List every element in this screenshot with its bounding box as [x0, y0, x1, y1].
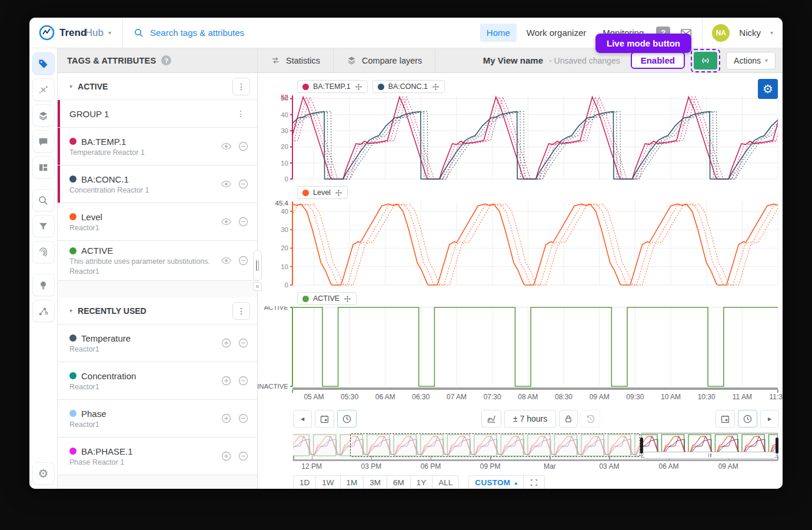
legend-chip-ba-temp-1[interactable]: BA:TEMP.1: [297, 80, 368, 93]
legend-chip-ba-conc-1[interactable]: BA:CONC.1: [372, 80, 445, 93]
actions-button[interactable]: Actions▾: [726, 52, 776, 69]
zoom-preset-1w[interactable]: 1W: [316, 475, 340, 489]
start-calendar-button[interactable]: [315, 410, 334, 428]
remove-button[interactable]: [238, 255, 249, 266]
app-logo[interactable]: Trend Hub ▾: [29, 25, 122, 41]
minus-circle-icon: [238, 413, 249, 424]
remove-button[interactable]: [238, 141, 249, 152]
legend-chip-level[interactable]: Level: [297, 186, 348, 199]
svg-text:10:30: 10:30: [698, 393, 716, 401]
search-input[interactable]: [150, 28, 327, 38]
tag-item-active[interactable]: ACTIVE This attribute uses parameter sub…: [58, 241, 257, 281]
remove-button[interactable]: [238, 337, 249, 349]
rail-context-items-button[interactable]: [32, 300, 55, 322]
rail-tags-button[interactable]: [32, 52, 55, 75]
panel-collapse-icon[interactable]: ✕: [253, 282, 262, 291]
section-header-active[interactable]: ▾ ACTIVE ⋮: [58, 73, 257, 100]
nav-tab-work-organizer[interactable]: Work organizer: [520, 24, 593, 42]
selection-scrollbar[interactable]: [643, 452, 777, 459]
rail-dashboard-button[interactable]: [32, 156, 55, 178]
tag-name: BA:PHASE.1: [81, 446, 133, 456]
add-button[interactable]: [221, 450, 232, 462]
start-time-button[interactable]: [337, 410, 357, 428]
compare-layers-button[interactable]: Compare layers: [334, 48, 435, 73]
zoom-preset-all[interactable]: ALL: [432, 475, 459, 489]
chart-plot[interactable]: ACTIVEINACTIVE05 AM05:3006 AM06:3007 AM0…: [258, 306, 783, 404]
zoom-preset-6m[interactable]: 6M: [387, 475, 411, 489]
nav-tab-home[interactable]: Home: [480, 24, 517, 42]
visibility-button[interactable]: [221, 141, 232, 152]
add-button[interactable]: [221, 337, 232, 349]
visibility-button[interactable]: [221, 178, 232, 190]
tag-item-phase[interactable]: Phase Reactor1: [58, 400, 257, 438]
visibility-button[interactable]: [221, 216, 232, 227]
tag-item-ba-conc-1[interactable]: BA:CONC.1 Concentration Reactor 1: [58, 165, 257, 203]
group-menu-button[interactable]: ⋮: [231, 109, 250, 118]
gear-icon: ⚙: [763, 83, 773, 95]
context-bar[interactable]: [293, 433, 778, 458]
remove-button[interactable]: [238, 413, 249, 424]
rail-search-button[interactable]: [32, 189, 55, 211]
end-calendar-button[interactable]: [716, 410, 735, 428]
remove-button[interactable]: [238, 450, 249, 462]
zoom-preset-1m[interactable]: 1M: [341, 475, 364, 489]
rail-fingerprint-button[interactable]: [32, 241, 55, 263]
enabled-annotation-button[interactable]: Enabled: [631, 52, 685, 69]
zoom-preset-3m[interactable]: 3M: [364, 475, 387, 489]
remove-button[interactable]: [238, 216, 249, 227]
rail-settings-button[interactable]: ⚙: [32, 462, 55, 485]
tag-item-concentration[interactable]: Concentration Reactor1: [58, 362, 257, 400]
chart-settings-button[interactable]: ⚙: [758, 79, 778, 99]
section-title: ACTIVE: [78, 82, 227, 91]
panel-resizer[interactable]: ✕: [253, 250, 262, 291]
icon-rail: ⚙: [29, 48, 58, 489]
tag-color-dot: [69, 175, 76, 183]
step-forward-button[interactable]: ▶: [760, 410, 779, 428]
trend-scale-button[interactable]: [481, 410, 501, 428]
add-button[interactable]: [221, 413, 232, 424]
panel-resize-handle[interactable]: [253, 250, 262, 281]
tag-item-temperature[interactable]: Temperature Reactor1: [58, 324, 257, 362]
brand-chevron-down-icon[interactable]: ▾: [108, 29, 111, 36]
tag-item-ba-phase-1[interactable]: BA:PHASE.1 Phase Reactor 1: [58, 438, 257, 475]
rail-recommendations-button[interactable]: [32, 274, 55, 296]
zoom-presets-row: 1D1W1M3M6M1YALL CUSTOM▴: [293, 475, 783, 489]
rail-formulas-button[interactable]: [32, 78, 55, 101]
legend-chip-active[interactable]: ACTIVE: [297, 292, 357, 305]
zoom-preset-1d[interactable]: 1D: [293, 475, 316, 489]
avatar[interactable]: NA: [712, 24, 730, 42]
user-name[interactable]: Nicky: [739, 28, 761, 38]
history-button[interactable]: [581, 410, 600, 428]
panel-help-icon[interactable]: ?: [161, 55, 171, 65]
rail-filter-button[interactable]: [32, 215, 55, 237]
time-range-button[interactable]: ± 7 hours: [504, 410, 556, 428]
lock-range-button[interactable]: [559, 410, 578, 428]
custom-range-button[interactable]: CUSTOM▴: [468, 475, 524, 489]
user-chevron-down-icon[interactable]: ▾: [770, 29, 773, 36]
end-time-button[interactable]: [738, 410, 757, 428]
rail-comments-button[interactable]: [32, 130, 55, 153]
remove-button[interactable]: [238, 178, 249, 190]
trend-chart-active: ACTIVE ACTIVEINACTIVE05 AM05:3006 AM06:3…: [258, 292, 783, 406]
chevron-down-icon[interactable]: ▾: [69, 307, 72, 314]
selection-right-handle[interactable]: [776, 438, 778, 453]
remove-button[interactable]: [238, 375, 249, 386]
chart-plot[interactable]: 0102030405052: [258, 94, 783, 183]
fit-screen-button[interactable]: [524, 475, 545, 489]
tag-item-level[interactable]: Level Reactor1: [58, 203, 257, 241]
section-header-recently-used[interactable]: ▾ RECENTLY USED ⋮: [58, 297, 257, 324]
chart-plot[interactable]: 01020304045.4: [258, 200, 783, 289]
group-header[interactable]: GROUP 1⋮: [58, 100, 257, 128]
zoom-preset-1y[interactable]: 1Y: [411, 475, 433, 489]
section-menu-button[interactable]: ⋮: [232, 302, 250, 320]
chevron-down-icon[interactable]: ▾: [69, 83, 72, 90]
section-menu-button[interactable]: ⋮: [232, 78, 250, 95]
selection-left-handle[interactable]: [640, 438, 643, 453]
rail-layers-button[interactable]: [32, 104, 55, 127]
statistics-button[interactable]: Statistics: [258, 48, 334, 73]
live-mode-button[interactable]: [694, 52, 717, 69]
tag-item-ba-temp-1[interactable]: BA:TEMP.1 Temperature Reactor 1: [58, 128, 257, 165]
visibility-button[interactable]: [221, 255, 232, 266]
step-back-button[interactable]: ◀: [293, 410, 312, 428]
add-button[interactable]: [221, 375, 232, 386]
